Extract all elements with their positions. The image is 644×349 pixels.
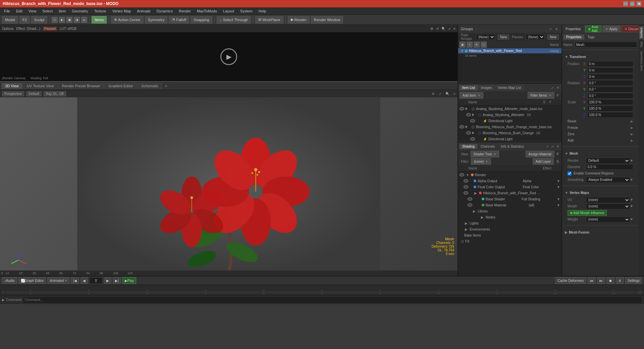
sh-expand-render[interactable]: ▼ xyxy=(466,173,470,177)
eye-icon-3[interactable] xyxy=(470,119,475,122)
side-tab-user-channels[interactable]: User Channels xyxy=(639,50,644,72)
menu-view[interactable]: View xyxy=(26,8,39,14)
rotation-x-input[interactable] xyxy=(587,80,633,86)
groups-expand-icon[interactable]: ⤢ xyxy=(548,27,553,31)
transport-next-button[interactable]: ▶ xyxy=(104,277,111,284)
mesh-header[interactable]: ▼ Mesh xyxy=(565,150,636,157)
add-button[interactable]: Add ▶ xyxy=(565,137,636,144)
tab-vertex-map-list[interactable]: Vertex Map List xyxy=(495,85,524,90)
sh-row-base-material[interactable]: Base Material (all) ▼ xyxy=(466,202,561,208)
viewport-settings-icon[interactable]: ⚙ xyxy=(432,92,435,96)
viewport-menu-icon[interactable]: ≡ xyxy=(453,92,455,96)
reset-button[interactable]: Reset ▶ xyxy=(565,118,636,124)
side-tab-surface[interactable]: Surface xyxy=(639,26,644,39)
preview-controls-icon-2[interactable]: ↺ xyxy=(436,27,439,31)
menu-item[interactable]: Item xyxy=(56,8,68,14)
preview-controls-icon-1[interactable]: ⚙ xyxy=(430,27,433,31)
menu-vertex-map[interactable]: Vertex Map xyxy=(110,8,134,14)
uv-select[interactable]: (none) xyxy=(586,197,630,203)
settings-button[interactable]: Settings xyxy=(625,277,642,284)
tab-render-preset[interactable]: Render Preset Browser xyxy=(58,83,104,89)
menu-layout[interactable]: Layout xyxy=(220,8,237,14)
sh-row-fx[interactable]: ⬡ FX xyxy=(458,238,561,244)
menu-file[interactable]: File xyxy=(1,8,13,14)
menu-select[interactable]: Select xyxy=(40,8,55,14)
scale-x-input[interactable] xyxy=(587,99,633,105)
expand-arrow-3[interactable] xyxy=(466,126,468,128)
transport-icon-2[interactable]: ⏭ xyxy=(597,277,605,284)
minimize-button[interactable]: ─ xyxy=(623,1,628,6)
tab-uv-texture[interactable]: UV Texture View xyxy=(23,83,58,89)
prop-name-input[interactable]: Mesh xyxy=(575,42,637,48)
viewport-fullscreen-icon[interactable]: ⤢ xyxy=(439,92,441,96)
viewport-raygl-btn[interactable]: Ray GL: Off xyxy=(44,91,66,96)
symmetry-button[interactable]: Symmetry xyxy=(145,16,168,23)
render-select[interactable]: Default xyxy=(586,158,630,164)
rotation-z-input[interactable] xyxy=(587,93,633,99)
menu-render[interactable]: Render xyxy=(176,8,194,14)
groups-list-item-hibiscus[interactable]: Hibiscus_Branch_with_Flower_Red - Group xyxy=(458,48,561,53)
tab-schematic[interactable]: Schematic xyxy=(138,83,162,89)
mesh-fusion-header[interactable]: ▶ Mesh Fusion xyxy=(565,229,636,236)
sh-eye-render[interactable] xyxy=(460,173,464,177)
add-item-button[interactable]: Add Item ▼ xyxy=(460,92,483,99)
sh-row-bake-items[interactable]: Bake Items xyxy=(458,232,561,238)
sculpt-button[interactable]: Sculpt xyxy=(31,16,48,23)
expand-arrow-1[interactable] xyxy=(466,107,468,110)
transport-prev-button[interactable]: ◀ xyxy=(80,277,88,284)
action-center-button[interactable]: ⊕ Action Center xyxy=(111,16,144,23)
sh-expand-library[interactable]: ▶ xyxy=(472,209,476,213)
viewport-zoom-icon[interactable]: 🔍 xyxy=(445,92,449,96)
sh-row-final-color[interactable]: Final Color Output Final Color ▼ xyxy=(462,184,561,190)
groups-icon-2[interactable]: + xyxy=(467,42,473,48)
transform-header[interactable]: ▼ Transform xyxy=(565,53,636,60)
tab-channels[interactable]: Channels xyxy=(478,144,497,149)
eye-icon-5[interactable] xyxy=(466,131,471,135)
range-track[interactable] xyxy=(5,291,636,293)
rotation-y-input[interactable] xyxy=(587,87,633,92)
groups-icon-3[interactable]: ✕ xyxy=(474,42,480,48)
weight-select[interactable]: (none) xyxy=(586,216,630,222)
smoothing-select[interactable]: Always Enabled xyxy=(586,177,630,183)
preview-options-label[interactable]: Options xyxy=(2,27,13,31)
menu-geometry[interactable]: Geometry xyxy=(69,8,91,14)
sh-expand-hibiscus[interactable]: ▶ xyxy=(474,191,478,195)
toolbar-icon-3[interactable]: ▣ xyxy=(66,17,72,23)
viewport-perspective-btn[interactable]: Perspective xyxy=(2,91,24,96)
shading-expand-icon[interactable]: + xyxy=(545,145,549,148)
tab-images[interactable]: Images xyxy=(478,85,495,90)
add-morph-influence-button[interactable]: ⊕ Add Morph Influence xyxy=(568,210,607,216)
passes-new-btn[interactable]: New xyxy=(547,35,559,40)
sh-eye-final[interactable] xyxy=(464,185,468,189)
sh-expand-environments[interactable]: ▶ xyxy=(464,228,468,231)
eye-icon-1[interactable] xyxy=(460,107,464,110)
menu-animate[interactable]: Animate xyxy=(134,8,153,14)
command-input[interactable] xyxy=(23,297,642,303)
add-tab-button[interactable]: + xyxy=(163,83,169,89)
tab-gradient-editor[interactable]: Gradient Editor xyxy=(105,83,137,89)
toolbar-icon-2[interactable]: ◐ xyxy=(59,17,65,23)
prop-tab-tags[interactable]: Tags xyxy=(585,35,597,40)
shader-tree-button[interactable]: Shader Tree ▼ xyxy=(471,151,499,157)
item-list-expand-icon[interactable]: ⤢ xyxy=(550,86,555,90)
scale-y-input[interactable] xyxy=(587,106,633,111)
apply-button[interactable]: ✓ Apply xyxy=(602,26,621,32)
side-tab-tags[interactable]: Tags xyxy=(639,40,644,49)
zero-button[interactable]: Zero ▶ xyxy=(565,131,636,137)
shading-menu-icon[interactable]: ⤢ xyxy=(550,145,555,148)
sh-row-lights[interactable]: ▶ Lights xyxy=(458,220,561,226)
toolbar-icon-5[interactable]: ◎ xyxy=(81,17,87,23)
groups-icon-4[interactable]: ⬡ xyxy=(481,42,487,48)
items-button[interactable]: Items xyxy=(92,16,107,23)
assign-material-f-key[interactable]: F xyxy=(555,152,560,156)
sh-row-base-shader[interactable]: Base Shader Full Shading ▼ xyxy=(466,196,561,202)
menu-system[interactable]: System xyxy=(237,8,255,14)
sh-row-nodes[interactable]: ▶ Nodes xyxy=(466,214,561,220)
sh-expand-lights[interactable]: ▶ xyxy=(464,221,468,225)
filter-items-button[interactable]: Filter Items ▼ xyxy=(528,92,554,99)
cache-deformers-button[interactable]: Cache Deformers xyxy=(555,277,586,284)
preview-controls-icon-4[interactable]: ⤢ xyxy=(448,27,451,31)
sh-row-environments[interactable]: ▶ Environments xyxy=(458,226,561,232)
preview-controls-icon-3[interactable]: 🔍 xyxy=(441,27,445,31)
position-y-input[interactable] xyxy=(587,67,633,73)
